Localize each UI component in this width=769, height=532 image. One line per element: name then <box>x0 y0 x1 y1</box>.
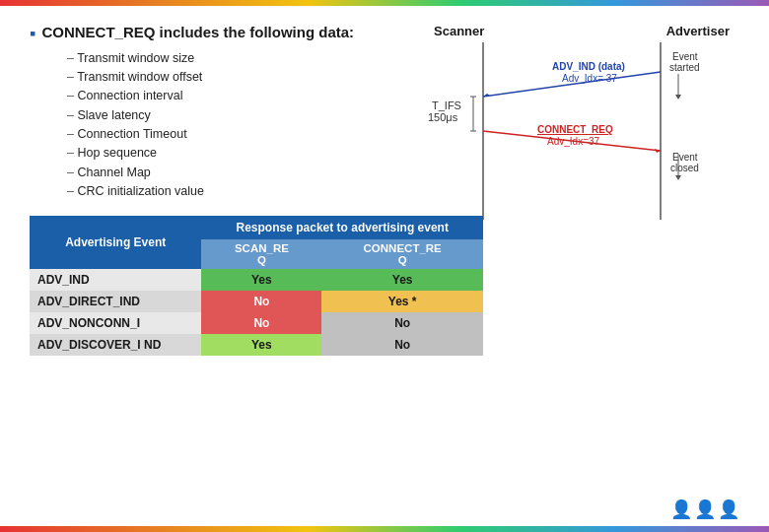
event-adv-discover: ADV_DISCOVER_I ND <box>30 334 201 356</box>
adv-direct-connect: Yes * <box>321 291 483 312</box>
title-text: CONNECT_REQ includes the following data: <box>41 24 354 40</box>
svg-text:Event: Event <box>672 152 698 163</box>
person-icon-2: 👤 <box>694 499 716 520</box>
table-row: ADV_IND Yes Yes <box>30 269 483 291</box>
person-icon-1: 👤 <box>670 499 692 520</box>
adv-discover-connect: No <box>321 334 483 356</box>
bottom-icons: 👤 👤 👤 <box>670 499 739 520</box>
table-row: ADV_NONCONN_I No No <box>30 312 483 334</box>
diagram-area: Scanner Advertiser T_IFS 150μs ADV_IND (… <box>424 24 739 242</box>
advertising-table: Advertising Event Response packet to adv… <box>30 216 483 356</box>
svg-text:Adv_Idx=37: Adv_Idx=37 <box>547 136 600 147</box>
adv-ind-connect: Yes <box>321 269 483 291</box>
table-row: ADV_DISCOVER_I ND Yes No <box>30 334 483 356</box>
diagram-labels: Scanner Advertiser <box>424 24 739 38</box>
adv-ind-scan: Yes <box>201 269 321 291</box>
svg-marker-19 <box>675 95 681 100</box>
subheader-scan: SCAN_REQ <box>201 239 321 269</box>
svg-text:T_IFS: T_IFS <box>432 100 461 111</box>
advertiser-label: Advertiser <box>666 24 730 38</box>
header-advertising-event: Advertising Event <box>30 216 201 269</box>
timing-diagram: T_IFS 150μs ADV_IND (data) Adv_Idx= 37 C… <box>424 42 730 239</box>
event-adv-direct: ADV_DIRECT_IND <box>30 291 201 312</box>
event-adv-ind: ADV_IND <box>30 269 201 291</box>
table-row: ADV_DIRECT_IND No Yes * <box>30 291 483 312</box>
bottom-rainbow-bar <box>0 526 769 532</box>
svg-marker-18 <box>675 175 681 180</box>
svg-text:150μs: 150μs <box>428 111 458 123</box>
svg-text:Adv_Idx= 37: Adv_Idx= 37 <box>562 73 617 84</box>
svg-text:Event: Event <box>672 51 698 62</box>
adv-discover-scan: Yes <box>201 334 321 356</box>
svg-text:ADV_IND (data): ADV_IND (data) <box>552 61 625 72</box>
svg-text:closed: closed <box>670 163 699 173</box>
event-adv-nonconn: ADV_NONCONN_I <box>30 312 201 334</box>
adv-nonconn-connect: No <box>321 312 483 334</box>
svg-text:CONNECT_REQ: CONNECT_REQ <box>537 124 613 135</box>
svg-text:started: started <box>669 62 700 73</box>
adv-nonconn-scan: No <box>201 312 321 334</box>
scanner-label: Scanner <box>434 24 484 38</box>
adv-direct-scan: No <box>201 291 321 312</box>
bullet-icon: ▪ <box>30 24 35 45</box>
subheader-connect: CONNECT_REQ <box>321 239 483 269</box>
person-icon-3: 👤 <box>718 499 739 520</box>
